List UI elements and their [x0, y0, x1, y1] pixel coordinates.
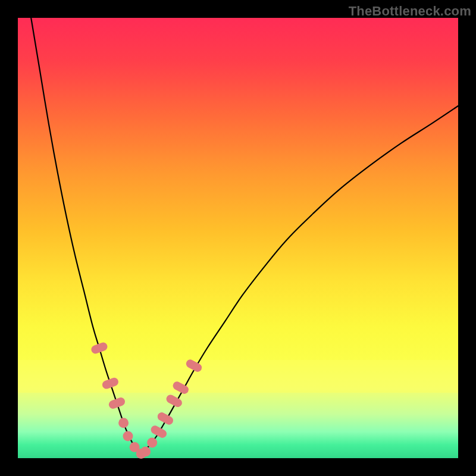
data-marker: [123, 431, 133, 441]
chart-stage: TheBottleneck.com: [0, 0, 476, 476]
data-marker: [118, 418, 129, 428]
data-marker: [140, 446, 151, 456]
curve-right: [141, 106, 458, 454]
watermark-label: TheBottleneck.com: [349, 4, 471, 19]
curves-layer: [18, 18, 458, 458]
data-marker: [108, 396, 126, 410]
data-markers: [90, 342, 203, 459]
data-marker: [156, 411, 174, 427]
data-marker: [101, 377, 120, 390]
data-marker: [90, 342, 108, 355]
data-marker: [149, 424, 168, 440]
data-marker: [147, 438, 157, 448]
curve-left: [31, 18, 141, 454]
